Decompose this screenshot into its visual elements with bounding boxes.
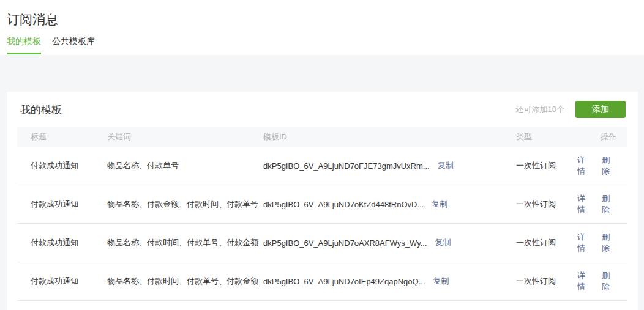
row-operations: 详情 删除 (577, 193, 627, 215)
template-id: dkP5gIBO_6V_A9LjuND7oKtZd448tRnOvD... (263, 200, 424, 209)
template-id-cell: dkP5gIBO_6V_A9LjuND7oFJE73gmJvUxRm... 复制 (263, 160, 516, 171)
copy-link[interactable]: 复制 (432, 199, 447, 210)
delete-link[interactable]: 删除 (602, 193, 616, 215)
panel-title: 我的模板 (20, 103, 62, 117)
template-row: 付款成功通知 物品名称、付款单号 dkP5gIBO_6V_A9LjuND7oFJ… (17, 147, 627, 185)
page-header: 订阅消息 我的模板 公共模板库 (0, 0, 644, 55)
panel-actions: 还可添加10个 添加 (516, 101, 626, 118)
header-title: 标题 (17, 131, 107, 142)
copy-link[interactable]: 复制 (438, 160, 454, 171)
copy-link[interactable]: 复制 (433, 276, 449, 287)
delete-link[interactable]: 删除 (602, 232, 616, 254)
tab-my-templates[interactable]: 我的模板 (7, 36, 41, 54)
template-type: 一次性订阅 (516, 237, 577, 248)
template-id-cell: dkP5gIBO_6V_A9LjuND7oAXR8AFWys_Wy... 复制 (263, 237, 516, 248)
copy-link[interactable]: 复制 (435, 237, 451, 248)
template-title: 付款成功通知 (17, 160, 107, 171)
template-type: 一次性订阅 (516, 276, 577, 287)
template-id: dkP5gIBO_6V_A9LjuND7oIEp49ZqapNgoQ... (263, 277, 425, 286)
detail-link[interactable]: 详情 (577, 193, 592, 215)
template-row: 付款成功通知 物品名称、付款时间、付款单号、付款金额 dkP5gIBO_6V_A… (17, 224, 627, 262)
table-header-row: 标题 关键词 模板ID 类型 操作 (17, 127, 627, 147)
add-button[interactable]: 添加 (575, 101, 626, 118)
delete-link[interactable]: 删除 (602, 270, 616, 292)
detail-link[interactable]: 详情 (577, 232, 592, 254)
row-operations: 详情 删除 (577, 270, 627, 292)
template-keywords: 物品名称、付款时间、付款单号、付款金额 (107, 276, 263, 287)
tab-public-template-library[interactable]: 公共模板库 (52, 36, 95, 54)
subscribe-message-page: 订阅消息 我的模板 公共模板库 我的模板 还可添加10个 添加 标题 关键词 模… (0, 0, 644, 310)
template-id: dkP5gIBO_6V_A9LjuND7oFJE73gmJvUxRm... (263, 161, 430, 171)
delete-link[interactable]: 删除 (602, 155, 616, 177)
template-keywords: 物品名称、付款单号 (107, 160, 263, 171)
template-row: 付款成功通知 物品名称、付款时间、付款单号、付款金额 dkP5gIBO_6V_A… (17, 262, 627, 301)
template-id-cell: dkP5gIBO_6V_A9LjuND7oKtZd448tRnOvD... 复制 (263, 199, 516, 210)
panel-header: 我的模板 还可添加10个 添加 (7, 92, 638, 127)
template-type: 一次性订阅 (516, 199, 577, 210)
template-id-cell: dkP5gIBO_6V_A9LjuND7oIEp49ZqapNgoQ... 复制 (263, 276, 516, 287)
template-keywords: 物品名称、付款金额、付款时间、付款单号 (107, 199, 263, 210)
template-type: 一次性订阅 (516, 160, 577, 171)
detail-link[interactable]: 详情 (577, 270, 592, 292)
row-operations: 详情 删除 (577, 232, 627, 254)
row-operations: 详情 删除 (577, 155, 627, 177)
template-title: 付款成功通知 (17, 237, 107, 248)
header-operations: 操作 (577, 131, 627, 142)
template-id: dkP5gIBO_6V_A9LjuND7oAXR8AFWys_Wy... (263, 238, 427, 248)
header-type: 类型 (516, 131, 577, 142)
templates-table: 标题 关键词 模板ID 类型 操作 付款成功通知 物品名称、付款单号 dkP5g… (17, 127, 627, 301)
table-body: 付款成功通知 物品名称、付款单号 dkP5gIBO_6V_A9LjuND7oFJ… (17, 147, 627, 301)
my-templates-panel: 我的模板 还可添加10个 添加 标题 关键词 模板ID 类型 操作 付款成功通知… (7, 92, 638, 310)
detail-link[interactable]: 详情 (577, 155, 592, 177)
template-keywords: 物品名称、付款时间、付款单号、付款金额 (107, 237, 263, 248)
tab-bar: 我的模板 公共模板库 (7, 36, 644, 54)
header-template-id: 模板ID (263, 131, 516, 142)
quota-hint: 还可添加10个 (516, 104, 564, 115)
header-keywords: 关键词 (107, 131, 263, 142)
template-row: 付款成功通知 物品名称、付款金额、付款时间、付款单号 dkP5gIBO_6V_A… (17, 185, 627, 224)
template-title: 付款成功通知 (17, 276, 107, 287)
content-area: 我的模板 还可添加10个 添加 标题 关键词 模板ID 类型 操作 付款成功通知… (0, 55, 644, 310)
page-title: 订阅消息 (7, 11, 644, 28)
template-title: 付款成功通知 (17, 199, 107, 210)
